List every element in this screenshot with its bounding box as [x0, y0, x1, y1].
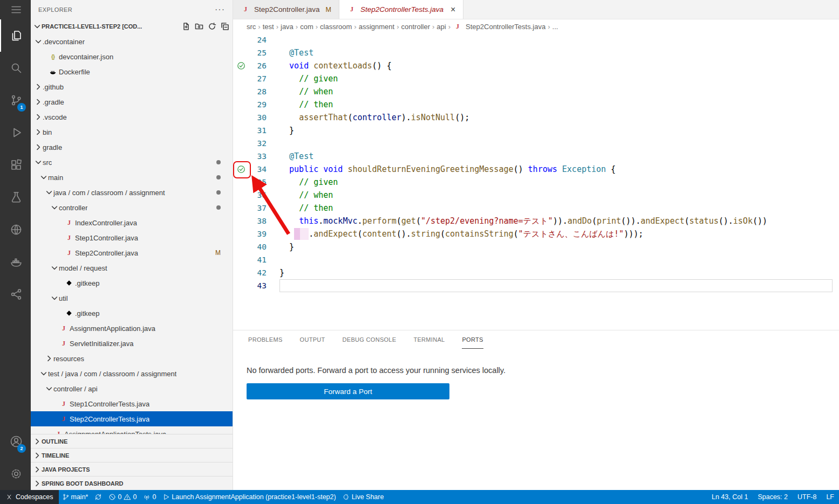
- status-git-branch[interactable]: main*: [59, 490, 92, 504]
- code-line-30[interactable]: 30 assertThat(controller).isNotNull();: [233, 111, 839, 124]
- sidebar-section-spring-boot-dashboard[interactable]: SPRING BOOT DASHBOARD: [31, 476, 233, 490]
- breadcrumb-item-src[interactable]: src: [247, 23, 256, 31]
- code-line-38[interactable]: 38 this.mockMvc.perform(get("/step2/even…: [233, 215, 839, 227]
- editor-tab-step2controllertests-java[interactable]: JStep2ControllerTests.java×: [339, 0, 463, 19]
- new-folder-icon[interactable]: [195, 22, 203, 31]
- tree-item-test-java-com-classroom-assignment[interactable]: test / java / com / classroom / assignme…: [31, 366, 233, 381]
- activity-accounts-button[interactable]: 2: [0, 425, 31, 458]
- panel-tab-ports[interactable]: PORTS: [462, 330, 483, 349]
- activity-remote-explorer-button[interactable]: [0, 278, 31, 310]
- tree-item-github[interactable]: .github: [31, 79, 233, 94]
- code-line-40[interactable]: 40 }: [233, 240, 839, 253]
- tree-item-controller[interactable]: controller: [31, 200, 233, 215]
- activity-search-button[interactable]: [0, 52, 31, 84]
- tree-item-gradle[interactable]: gradle: [31, 140, 233, 155]
- code-line-34[interactable]: 34 public void shouldReturnEveningGreeti…: [233, 163, 839, 176]
- sidebar-section-java-projects[interactable]: JAVA PROJECTS: [31, 462, 233, 476]
- editor-tab-step2controller-java[interactable]: JStep2Controller.javaM: [233, 0, 339, 19]
- panel-tab-debug-console[interactable]: DEBUG CONSOLE: [343, 330, 397, 349]
- sidebar-section-timeline[interactable]: TIMELINE: [31, 448, 233, 462]
- breadcrumb-item-test[interactable]: test: [263, 23, 274, 31]
- tree-item-servletinitializer-java[interactable]: JServletInitializer.java: [31, 336, 233, 351]
- code-line-42[interactable]: 42}: [233, 266, 839, 279]
- status-problems[interactable]: 00: [105, 490, 140, 504]
- code-line-36[interactable]: 36 // when: [233, 189, 839, 202]
- code-line-39[interactable]: 39 .andExpect(content().string(containsS…: [233, 227, 839, 240]
- tree-item-main[interactable]: main: [31, 170, 233, 185]
- more-actions-icon[interactable]: ···: [215, 5, 225, 15]
- tree-item-assignmentapplication-java[interactable]: JAssignmentApplication.java: [31, 321, 233, 336]
- tree-item-gitkeep[interactable]: .gitkeep: [31, 275, 233, 291]
- code-line-41[interactable]: 41: [233, 253, 839, 266]
- status-live-share[interactable]: Live Share: [339, 490, 387, 504]
- breadcrumb-item-java[interactable]: java: [281, 23, 294, 31]
- activity-source-control-button[interactable]: 1: [0, 84, 31, 116]
- tree-item-controller-api[interactable]: controller / api: [31, 381, 233, 396]
- code-line-35[interactable]: 35 // given: [233, 176, 839, 189]
- code-line-26[interactable]: 26 void contextLoads() {: [233, 59, 839, 72]
- tree-item-step2controller-java[interactable]: JStep2Controller.javaM: [31, 245, 233, 260]
- code-line-32[interactable]: 32: [233, 137, 839, 150]
- code-line-29[interactable]: 29 // then: [233, 98, 839, 111]
- breadcrumb-item-classroom[interactable]: classroom: [320, 23, 352, 31]
- status-cursor-position[interactable]: Ln 43, Col 1: [707, 490, 753, 504]
- status-encoding[interactable]: UTF-8: [793, 490, 821, 504]
- status-launch-config[interactable]: Launch AssignmentApplication (practice1-…: [159, 490, 339, 504]
- collapse-all-icon[interactable]: [221, 22, 229, 31]
- breadcrumb-item-step2controllertests-java[interactable]: JStep2ControllerTests.java: [453, 22, 545, 31]
- breadcrumb-item-assignment[interactable]: assignment: [359, 23, 394, 31]
- forward-port-button[interactable]: Forward a Port: [247, 383, 449, 399]
- breadcrumb-item-com[interactable]: com: [300, 23, 313, 31]
- activity-run-debug-button[interactable]: [0, 116, 31, 149]
- close-icon[interactable]: ×: [451, 5, 455, 15]
- activity-docker-button[interactable]: [0, 246, 31, 278]
- tree-item-indexcontroller-java[interactable]: JIndexController.java: [31, 215, 233, 230]
- activity-github-button[interactable]: [0, 213, 31, 246]
- tree-item-dockerfile[interactable]: Dockerfile: [31, 64, 233, 79]
- panel-tab-output[interactable]: OUTPUT: [300, 330, 325, 349]
- new-file-icon[interactable]: [182, 22, 190, 31]
- activity-menu-button[interactable]: [0, 0, 31, 19]
- status-eol[interactable]: LF: [821, 490, 839, 504]
- tree-item-step2controllertests-java[interactable]: JStep2ControllerTests.java: [31, 411, 233, 426]
- tree-item-util[interactable]: util: [31, 291, 233, 306]
- status-forwarded-ports[interactable]: 0: [140, 490, 159, 504]
- activity-settings-gear-button[interactable]: [0, 458, 31, 490]
- status-indentation[interactable]: Spaces: 2: [753, 490, 793, 504]
- code-line-28[interactable]: 28 // when: [233, 85, 839, 98]
- code-line-43[interactable]: 43: [233, 279, 839, 292]
- panel-tab-terminal[interactable]: TERMINAL: [413, 330, 445, 349]
- tree-item-gradle[interactable]: .gradle: [31, 94, 233, 109]
- explorer-section-header[interactable]: PRACTICE1-LEVEL1-STEP2 [COD...: [31, 19, 233, 34]
- tree-item-step1controller-java[interactable]: JStep1Controller.java: [31, 230, 233, 245]
- status-sync[interactable]: [91, 490, 105, 504]
- breadcrumb-item-controller[interactable]: controller: [401, 23, 430, 31]
- tree-item-step1controllertests-java[interactable]: JStep1ControllerTests.java: [31, 396, 233, 411]
- refresh-icon[interactable]: [208, 22, 216, 31]
- tree-item-devcontainer[interactable]: .devcontainer: [31, 34, 233, 49]
- activity-testing-button[interactable]: [0, 181, 31, 213]
- tree-item-resources[interactable]: resources: [31, 351, 233, 366]
- sidebar-section-outline[interactable]: OUTLINE: [31, 434, 233, 448]
- tree-item-model-request[interactable]: model / request: [31, 260, 233, 275]
- code-line-33[interactable]: 33 @Test: [233, 150, 839, 163]
- tree-item-vscode[interactable]: .vscode: [31, 109, 233, 125]
- tree-item-gitkeep[interactable]: .gitkeep: [31, 306, 233, 321]
- panel-tab-problems[interactable]: PROBLEMS: [248, 330, 283, 349]
- breadcrumb-item-api[interactable]: api: [436, 23, 446, 31]
- code-line-27[interactable]: 27 // given: [233, 72, 839, 85]
- test-pass-gutter[interactable]: [233, 59, 249, 72]
- tree-item-devcontainer-json[interactable]: {}devcontainer.json: [31, 49, 233, 64]
- code-line-37[interactable]: 37 // then: [233, 202, 839, 215]
- activity-explorer-button[interactable]: [0, 19, 31, 52]
- code-line-25[interactable]: 25 @Test: [233, 46, 839, 59]
- test-pass-gutter[interactable]: [233, 163, 249, 176]
- remote-indicator[interactable]: Codespaces: [0, 490, 59, 504]
- activity-extensions-button[interactable]: [0, 149, 31, 181]
- code-line-31[interactable]: 31 }: [233, 124, 839, 137]
- tree-item-src[interactable]: src: [31, 155, 233, 170]
- tree-item-java-com-classroom-assignment[interactable]: java / com / classroom / assignment: [31, 185, 233, 200]
- tree-item-bin[interactable]: bin: [31, 125, 233, 140]
- code-line-24[interactable]: 24: [233, 33, 839, 46]
- breadcrumb-item-[interactable]: ...: [552, 23, 558, 31]
